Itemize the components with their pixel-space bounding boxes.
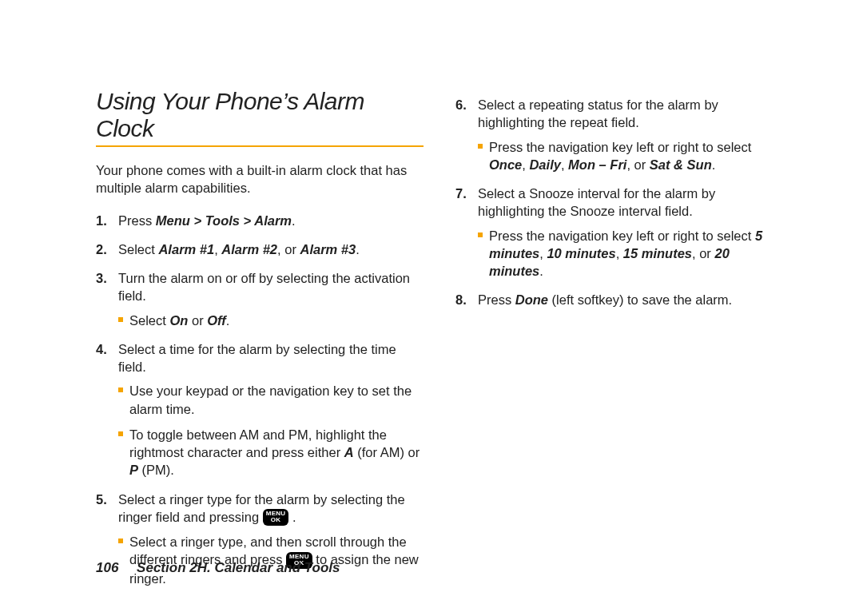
- step-item: 1.Press Menu > Tools > Alarm.: [96, 212, 424, 229]
- step-item: 3.Turn the alarm on or off by selecting …: [96, 269, 424, 329]
- text-run: Alarm #3: [300, 242, 356, 256]
- text-run: .: [226, 313, 230, 328]
- text-run: (for AM) or: [354, 445, 420, 459]
- text-run: Select a time for the alarm by selecting…: [118, 342, 396, 374]
- text-run: Select: [129, 313, 169, 328]
- text-run: .: [288, 510, 296, 524]
- intro-paragraph: Your phone comes with a built-in alarm c…: [96, 161, 424, 197]
- title-underline: [96, 145, 424, 147]
- sub-item: Press the navigation key left or right t…: [478, 227, 783, 280]
- text-run: , or: [692, 246, 714, 260]
- sub-list: Select On or Off.: [118, 312, 424, 329]
- text-run: Alarm #2: [221, 242, 277, 256]
- sub-list: Press the navigation key left or right t…: [478, 227, 783, 280]
- text-run: ,: [214, 242, 221, 256]
- step-number: 3.: [96, 269, 107, 287]
- step-number: 2.: [96, 240, 107, 258]
- step-body: Select a ringer type for the alarm by se…: [118, 492, 405, 524]
- step-item: 2.Select Alarm #1, Alarm #2, or Alarm #3…: [96, 240, 424, 258]
- text-run: ,: [561, 157, 568, 172]
- section-title: Using Your Phone’s Alarm Clock: [96, 88, 424, 142]
- steps-list-left: 1.Press Menu > Tools > Alarm.2.Select Al…: [96, 212, 424, 587]
- text-run: .: [539, 264, 543, 278]
- sub-item: Select On or Off.: [118, 312, 424, 329]
- step-body: Turn the alarm on or off by selecting th…: [118, 271, 410, 303]
- content-columns: Using Your Phone’s Alarm Clock Your phon…: [96, 88, 783, 598]
- step-body: Press Done (left softkey) to save the al…: [478, 292, 732, 307]
- step-number: 4.: [96, 340, 107, 358]
- text-run: Press: [478, 292, 515, 307]
- text-run: P: [129, 463, 138, 477]
- text-run: 10 minutes: [547, 246, 615, 260]
- text-run: .: [292, 213, 296, 228]
- text-run: On: [169, 313, 188, 328]
- sub-item: Use your keypad or the navigation key to…: [118, 382, 424, 418]
- text-run: Menu > Tools > Alarm: [156, 213, 292, 228]
- text-run: or: [188, 313, 207, 328]
- left-column: Using Your Phone’s Alarm Clock Your phon…: [96, 88, 424, 598]
- text-run: (PM).: [138, 463, 174, 477]
- text-run: Press: [118, 213, 156, 228]
- text-run: Sat & Sun: [650, 157, 712, 172]
- step-item: 8.Press Done (left softkey) to save the …: [455, 291, 783, 308]
- step-body: Press Menu > Tools > Alarm.: [118, 213, 296, 228]
- text-run: Use your keypad or the navigation key to…: [129, 384, 412, 415]
- text-run: Press the navigation key left or right t…: [489, 140, 751, 154]
- sub-list: Use your keypad or the navigation key to…: [118, 382, 424, 479]
- text-run: 15 minutes: [623, 246, 692, 260]
- text-run: .: [712, 157, 716, 172]
- page-footer: 106 Section 2H. Calendar and Tools: [96, 560, 340, 576]
- step-number: 1.: [96, 212, 107, 229]
- text-run: Daily: [529, 157, 560, 172]
- menu-ok-button-icon: MENUOK: [263, 509, 289, 526]
- right-column: 6.Select a repeating status for the alar…: [455, 88, 783, 598]
- steps-list-right: 6.Select a repeating status for the alar…: [455, 96, 783, 309]
- text-run: ,: [616, 246, 623, 260]
- text-run: Mon – Fri: [568, 157, 626, 172]
- page-number: 106: [96, 560, 118, 575]
- text-run: Press the navigation key left or right t…: [489, 229, 755, 243]
- text-run: Select a ringer type for the alarm by se…: [118, 492, 405, 524]
- step-item: 6.Select a repeating status for the alar…: [455, 96, 783, 173]
- step-item: 4.Select a time for the alarm by selecti…: [96, 340, 424, 479]
- text-run: (left softkey) to save the alarm.: [548, 292, 732, 307]
- text-run: , or: [626, 157, 649, 172]
- text-run: A: [344, 445, 354, 459]
- text-run: , or: [277, 242, 300, 256]
- text-run: .: [356, 242, 360, 256]
- sub-item: Press the navigation key left or right t…: [478, 138, 783, 174]
- text-run: Select: [118, 242, 158, 256]
- step-number: 5.: [96, 491, 107, 508]
- text-run: Alarm #1: [158, 242, 214, 256]
- text-run: Select a Snooze interval for the alarm b…: [478, 186, 715, 218]
- step-body: Select a Snooze interval for the alarm b…: [478, 186, 715, 218]
- step-body: Select a repeating status for the alarm …: [478, 97, 718, 129]
- text-run: Done: [515, 292, 548, 307]
- section-label: Section 2H. Calendar and Tools: [137, 560, 340, 575]
- step-number: 8.: [455, 291, 467, 308]
- text-run: Off: [207, 313, 226, 328]
- text-run: Turn the alarm on or off by selecting th…: [118, 271, 410, 303]
- sub-item: To toggle between AM and PM, highlight t…: [118, 426, 424, 479]
- step-body: Select a time for the alarm by selecting…: [118, 342, 396, 374]
- manual-page: Using Your Phone’s Alarm Clock Your phon…: [0, 0, 863, 616]
- step-number: 7.: [455, 185, 467, 202]
- step-item: 7.Select a Snooze interval for the alarm…: [455, 185, 783, 280]
- sub-list: Press the navigation key left or right t…: [478, 138, 783, 174]
- step-number: 6.: [455, 96, 467, 113]
- text-run: Select a repeating status for the alarm …: [478, 97, 718, 129]
- step-body: Select Alarm #1, Alarm #2, or Alarm #3.: [118, 242, 360, 256]
- text-run: Once: [489, 157, 522, 172]
